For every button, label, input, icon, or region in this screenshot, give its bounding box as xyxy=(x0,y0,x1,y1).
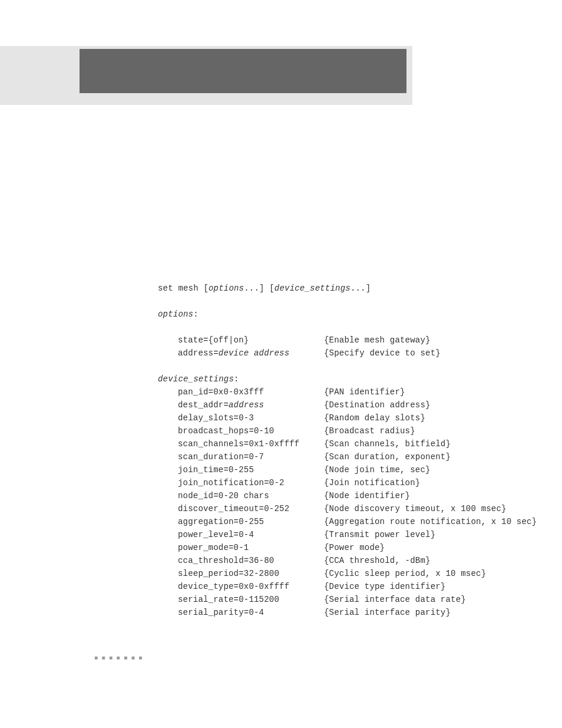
setting-desc: {Node identifier} xyxy=(324,489,410,502)
content: set mesh [options...] [device_settings..… xyxy=(158,282,562,619)
setting-key: scan_duration=0-7 xyxy=(178,452,264,462)
option-row: address=device address {Specify device t… xyxy=(178,347,562,360)
device-setting-row: scan_duration=0-7{Scan duration, exponen… xyxy=(178,450,562,463)
setting-desc: {Destination address} xyxy=(324,398,431,411)
device-setting-row: join_time=0-255{Node join time, sec} xyxy=(178,463,562,476)
header-inner xyxy=(80,49,406,93)
device-setting-row: cca_threshold=36-80{CCA threshold, -dBm} xyxy=(178,554,562,567)
setting-desc: {Cyclic sleep period, x 10 msec} xyxy=(324,567,486,580)
setting-key: pan_id=0x0-0x3fff xyxy=(178,387,264,397)
setting-key: scan_channels=0x1-0xffff xyxy=(178,439,299,449)
setting-desc: {Power mode} xyxy=(324,541,385,554)
setting-key: power_level=0-4 xyxy=(178,530,254,539)
setting-key: node_id=0-20 chars xyxy=(178,491,269,500)
setting-desc: {CCA threshold, -dBm} xyxy=(324,554,431,567)
setting-key: discover_timeout=0-252 xyxy=(178,504,289,513)
setting-desc: {Serial interface data rate} xyxy=(324,593,466,606)
setting-key: delay_slots=0-3 xyxy=(178,413,254,423)
option-key: state={off|on} xyxy=(178,335,249,345)
setting-key: serial_parity=0-4 xyxy=(178,608,264,617)
setting-key: sleep_period=32-2800 xyxy=(178,569,279,578)
device-settings-heading: device_settings: xyxy=(158,373,562,386)
device-setting-row: pan_id=0x0-0x3fff{PAN identifier} xyxy=(178,386,562,398)
device-setting-row: join_notification=0-2{Join notification} xyxy=(178,476,562,489)
device-setting-row: node_id=0-20 chars{Node identifier} xyxy=(178,489,562,502)
device-settings-block: pan_id=0x0-0x3fff{PAN identifier}dest_ad… xyxy=(178,386,562,619)
options-label: options xyxy=(158,309,193,319)
setting-key: serial_rate=0-115200 xyxy=(178,595,279,604)
cmd-arg2: device_settings xyxy=(275,284,351,293)
cmd-mid: ...] [ xyxy=(244,284,275,293)
setting-key: dest_addr= xyxy=(178,400,229,410)
option-key-italic: device address xyxy=(219,348,289,358)
device-setting-row: serial_rate=0-115200{Serial interface da… xyxy=(178,593,562,606)
setting-desc: {Random delay slots} xyxy=(324,411,425,424)
option-desc: {Specify device to set} xyxy=(324,347,441,360)
option-key: address= xyxy=(178,348,219,358)
options-heading: options: xyxy=(158,308,562,321)
setting-desc: {Broadcast radius} xyxy=(324,424,415,437)
device-setting-row: power_mode=0-1{Power mode} xyxy=(178,541,562,554)
setting-key: join_notification=0-2 xyxy=(178,478,285,487)
device-setting-row: serial_parity=0-4{Serial interface parit… xyxy=(178,606,562,619)
device-setting-row: sleep_period=32-2800{Cyclic sleep period… xyxy=(178,567,562,580)
option-row: state={off|on} {Enable mesh gateway} xyxy=(178,334,562,347)
footer-dots: ■ ■ ■ ■ ■ ■ ■ xyxy=(94,654,562,661)
device-setting-row: power_level=0-4{Transmit power level} xyxy=(178,528,562,541)
cmd-prefix: set mesh [ xyxy=(158,284,209,293)
setting-key: power_mode=0-1 xyxy=(178,543,249,552)
device-setting-row: discover_timeout=0-252{Node discovery ti… xyxy=(178,502,562,515)
cmd-suffix: ...] xyxy=(351,284,371,293)
setting-desc: {Scan duration, exponent} xyxy=(324,450,451,463)
device-setting-row: device_type=0x0-0xffff{Device type ident… xyxy=(178,580,562,593)
setting-key: aggregation=0-255 xyxy=(178,517,264,526)
setting-desc: {Node join time, sec} xyxy=(324,463,431,476)
setting-key: join_time=0-255 xyxy=(178,465,254,475)
setting-desc: {Device type identifier} xyxy=(324,580,445,593)
setting-desc: {Serial interface parity} xyxy=(324,606,451,619)
option-desc: {Enable mesh gateway} xyxy=(324,334,431,347)
command-line: set mesh [options...] [device_settings..… xyxy=(158,282,562,295)
device-setting-row: aggregation=0-255{Aggregation route noti… xyxy=(178,515,562,528)
device-setting-row: delay_slots=0-3{Random delay slots} xyxy=(178,411,562,424)
setting-key: cca_threshold=36-80 xyxy=(178,556,274,565)
setting-key: broadcast_hops=0-10 xyxy=(178,426,274,436)
setting-key-italic: address xyxy=(229,400,264,410)
device-setting-row: broadcast_hops=0-10{Broadcast radius} xyxy=(178,424,562,437)
cmd-arg1: options xyxy=(209,284,244,293)
setting-desc: {Node discovery timeout, x 100 msec} xyxy=(324,502,507,515)
device-setting-row: scan_channels=0x1-0xffff{Scan channels, … xyxy=(178,437,562,450)
setting-desc: {Join notification} xyxy=(324,476,420,489)
device-settings-label: device_settings xyxy=(158,374,234,384)
setting-desc: {Scan channels, bitfield} xyxy=(324,437,451,450)
options-block: state={off|on} {Enable mesh gateway} add… xyxy=(178,334,562,360)
setting-desc: {PAN identifier} xyxy=(324,386,405,398)
header-block xyxy=(0,46,412,105)
setting-desc: {Aggregation route notification, x 10 se… xyxy=(324,515,537,528)
device-setting-row: dest_addr=address{Destination address} xyxy=(178,398,562,411)
setting-key: device_type=0x0-0xffff xyxy=(178,582,289,591)
setting-desc: {Transmit power level} xyxy=(324,528,435,541)
